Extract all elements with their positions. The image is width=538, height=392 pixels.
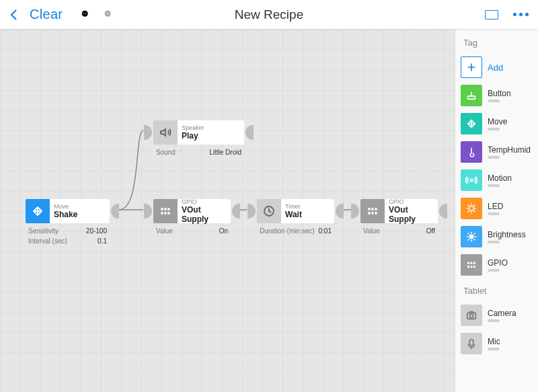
handle-icon [488, 241, 500, 243]
node-speaker-play[interactable]: Speaker Play SoundLittle Droid [153, 120, 244, 157]
param-value: 0:01 [319, 227, 332, 235]
handle-icon [488, 100, 500, 102]
node-gpio-vout-on[interactable]: GPIO VOut Supply ValueOn [153, 199, 231, 236]
param-value: Off [426, 227, 435, 235]
sidebar-label: Brightness [488, 230, 526, 239]
clear-button[interactable]: Clear [24, 0, 68, 29]
node-category: GPIO [389, 198, 434, 205]
zoom-in-button[interactable] [98, 0, 120, 29]
param-value: On [219, 227, 228, 235]
sidebar-item-move[interactable]: Move [461, 110, 538, 138]
zoom-out-icon [80, 9, 92, 21]
param-key: Value [363, 227, 380, 235]
sidebar-label: TempHumid [488, 145, 531, 155]
node-category: Timer [285, 203, 330, 210]
param-key: Duration (min:sec) [260, 227, 315, 235]
clock-icon [257, 199, 281, 223]
zoom-in-icon [103, 9, 115, 21]
speaker-icon [153, 120, 178, 145]
more-button[interactable] [508, 0, 534, 29]
zoom-out-button[interactable] [75, 0, 98, 29]
camera-icon [461, 305, 482, 326]
section-tag: Tag [461, 35, 538, 53]
tag-sidebar[interactable]: Tag Add Button Move TempHumid Motion [455, 30, 538, 392]
fullscreen-button[interactable] [479, 0, 504, 29]
sidebar-add-tag[interactable]: Add [461, 53, 538, 81]
motion-icon [461, 169, 482, 191]
sidebar-label: Button [488, 89, 511, 98]
handle-icon [488, 128, 500, 130]
recipe-canvas[interactable]: Speaker Play SoundLittle Droid Move Shak… [0, 30, 455, 392]
rectangle-icon [485, 10, 498, 19]
button-icon [461, 85, 482, 106]
gpio-icon [360, 199, 385, 223]
sidebar-item-mic[interactable]: Mic [461, 329, 538, 358]
handle-icon [488, 156, 500, 159]
node-category: Move [54, 203, 106, 210]
sidebar-label: Mic [488, 337, 500, 346]
sidebar-item-motion[interactable]: Motion [461, 166, 538, 194]
sidebar-item-camera[interactable]: Camera [461, 301, 538, 329]
handle-icon [488, 212, 500, 215]
node-category: Speaker [182, 124, 240, 131]
param-key: Sound [156, 149, 176, 156]
brightness-icon [461, 226, 482, 247]
node-gpio-vout-off[interactable]: GPIO VOut Supply ValueOff [360, 199, 438, 236]
sidebar-label: GPIO [488, 258, 508, 268]
sidebar-item-button[interactable]: Button [461, 81, 538, 110]
node-title: VOut Supply [182, 205, 227, 224]
chevron-left-icon [9, 8, 19, 22]
sidebar-item-gpio[interactable]: GPIO [461, 251, 538, 279]
sidebar-item-led[interactable]: LED [461, 194, 538, 223]
node-category: GPIO [182, 198, 227, 205]
node-title: VOut Supply [389, 205, 434, 224]
toolbar: Clear New Recipe [0, 0, 538, 30]
sidebar-label: Motion [488, 173, 512, 183]
gpio-icon [153, 199, 178, 223]
section-tablet: Tablet [461, 283, 538, 301]
node-title: Play [182, 131, 240, 141]
handle-icon [488, 269, 500, 272]
node-timer-wait[interactable]: Timer Wait Duration (min:sec)0:01 [257, 199, 334, 236]
mic-icon [461, 333, 482, 354]
move-icon [26, 199, 50, 223]
plus-icon [461, 56, 482, 78]
sidebar-item-temphumid[interactable]: TempHumid [461, 138, 538, 166]
param-value: 20-100 [86, 227, 107, 235]
more-icon [513, 13, 529, 16]
temphumid-icon [461, 141, 482, 163]
sidebar-label: LED [488, 202, 503, 211]
back-button[interactable] [4, 0, 24, 29]
sidebar-item-brightness[interactable]: Brightness [461, 223, 538, 251]
sidebar-label: Add [488, 63, 503, 73]
param-key: Value [156, 227, 173, 235]
sidebar-label: Camera [488, 309, 516, 318]
param-value: Little Droid [209, 149, 241, 156]
handle-icon [488, 348, 500, 350]
node-title: Wait [285, 210, 330, 219]
param-key: Sensitivity [28, 227, 59, 235]
param-value: 0.1 [98, 237, 107, 245]
node-title: Shake [54, 210, 106, 219]
gpio-icon [461, 254, 482, 276]
move-icon [461, 113, 482, 134]
handle-icon [488, 184, 500, 187]
param-key: Interval (sec) [28, 237, 67, 245]
sidebar-label: Move [488, 117, 507, 126]
led-icon [461, 198, 482, 219]
handle-icon [488, 319, 500, 322]
node-move-shake[interactable]: Move Shake Sensitivity20-100 Interval (s… [26, 199, 110, 246]
